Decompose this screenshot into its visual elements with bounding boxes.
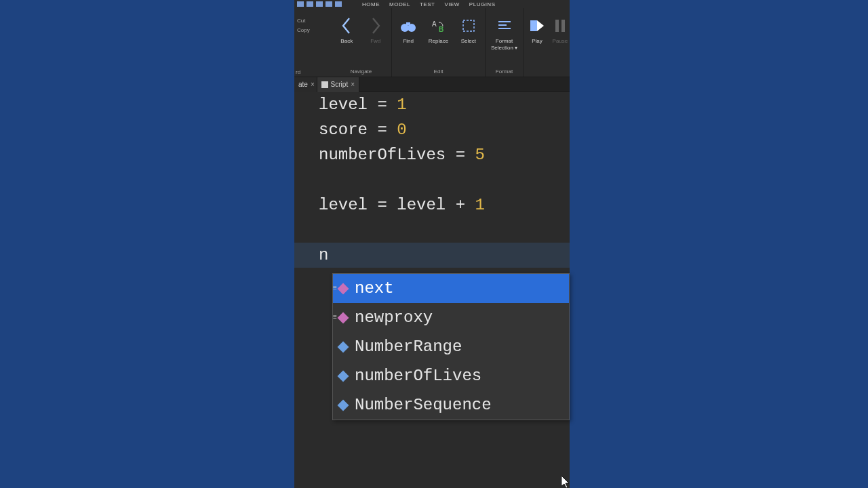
select-button[interactable]: Select	[455, 12, 482, 45]
binoculars-icon	[399, 14, 417, 38]
copy-label[interactable]: Copy	[294, 26, 310, 35]
group-label-play	[524, 73, 572, 77]
back-button[interactable]: Back	[334, 12, 360, 45]
ribbon-group-edit: Find AB Replace Select	[392, 8, 486, 77]
autocomplete-label: NumberSequence	[355, 392, 492, 418]
qa-icon[interactable]	[307, 1, 313, 7]
replace-icon: AB	[431, 14, 446, 38]
pause-button: Pause	[551, 12, 570, 45]
autocomplete-label: NumberRange	[355, 334, 462, 359]
autocomplete-item[interactable]: numberOfLives	[333, 361, 569, 390]
code-token: 1	[397, 96, 406, 114]
autocomplete-label: next	[355, 276, 394, 301]
autocomplete-item[interactable]: newproxy	[333, 303, 569, 332]
svg-rect-2	[406, 22, 410, 25]
format-label: Format Selection ▾	[488, 38, 520, 52]
menu-tab-home[interactable]: HOME	[362, 1, 380, 7]
close-icon[interactable]: ×	[351, 81, 355, 88]
menu-tab-model[interactable]: MODEL	[389, 1, 410, 7]
svg-rect-7	[498, 24, 507, 26]
ribbon-toolbar: Cut Copy Back Fwd	[294, 8, 570, 77]
svg-rect-5	[463, 20, 474, 31]
svg-text:B: B	[439, 26, 443, 33]
svg-rect-9	[530, 20, 537, 31]
format-icon	[497, 14, 512, 38]
autocomplete-item[interactable]: NumberSequence	[333, 390, 569, 420]
document-tab-script[interactable]: Script ×	[317, 77, 359, 92]
play-label: Play	[532, 38, 542, 45]
tab-label: Script	[331, 81, 349, 88]
code-line[interactable]: score = 0	[319, 117, 570, 142]
code-line[interactable]: numberOfLives = 5	[319, 142, 570, 167]
variable-icon	[337, 399, 349, 411]
svg-text:A: A	[432, 20, 437, 28]
ribbon-group-format: Format Selection ▾ Format	[486, 8, 524, 77]
undo-icon[interactable]	[335, 1, 342, 7]
autocomplete-item[interactable]: next	[333, 274, 569, 303]
play-icon	[529, 14, 545, 38]
replace-button[interactable]: AB Replace	[425, 12, 452, 45]
variable-icon	[337, 370, 349, 382]
svg-rect-6	[498, 21, 511, 22]
qa-icon[interactable]	[326, 1, 332, 7]
svg-rect-8	[498, 28, 511, 29]
menu-tab-plugins[interactable]: PLUGINS	[469, 1, 496, 7]
select-icon	[461, 14, 476, 38]
fwd-label: Fwd	[370, 38, 380, 45]
autocomplete-label: newproxy	[355, 305, 433, 330]
pause-icon	[553, 14, 567, 38]
find-button[interactable]: Find	[395, 12, 422, 45]
code-editor[interactable]: level = 1score = 0numberOfLives = 5 leve…	[294, 92, 570, 488]
code-token: 1	[475, 196, 484, 214]
svg-marker-10	[537, 20, 544, 31]
partial-left-panel-label: rd	[296, 69, 300, 75]
svg-marker-13	[561, 476, 569, 488]
replace-label: Replace	[429, 38, 448, 45]
code-token: level	[319, 196, 368, 214]
close-icon[interactable]: ×	[311, 81, 315, 88]
menu-tab-view[interactable]: VIEW	[444, 1, 459, 7]
cut-label[interactable]: Cut	[294, 16, 310, 26]
quick-access-toolbar	[294, 0, 342, 8]
menu-tab-test[interactable]: TEST	[420, 1, 435, 7]
function-icon	[337, 283, 349, 295]
fwd-button: Fwd	[363, 12, 389, 45]
group-label-format: Format	[486, 67, 523, 77]
variable-icon	[337, 341, 349, 353]
autocomplete-label: numberOfLives	[355, 363, 481, 388]
pause-label: Pause	[553, 38, 568, 45]
document-tab[interactable]: ate ×	[294, 77, 317, 92]
chevron-right-icon	[368, 14, 383, 38]
find-label: Find	[403, 38, 414, 45]
code-token: score	[319, 121, 368, 139]
svg-rect-11	[555, 20, 559, 32]
format-selection-button[interactable]: Format Selection ▾	[488, 12, 520, 52]
code-token: 5	[475, 146, 484, 164]
code-line[interactable]: level = level + 1	[319, 192, 570, 218]
qa-icon[interactable]	[316, 1, 323, 7]
code-token: =	[368, 121, 397, 139]
back-label: Back	[340, 38, 353, 45]
code-line[interactable]	[319, 218, 570, 243]
code-line[interactable]	[319, 167, 570, 192]
document-tabs: ate × Script ×	[294, 77, 570, 92]
qa-icon[interactable]	[297, 1, 304, 7]
code-token: level	[319, 96, 368, 114]
group-label-edit: Edit	[392, 67, 485, 77]
autocomplete-popup[interactable]: nextnewproxyNumberRangenumberOfLivesNumb…	[332, 273, 570, 420]
code-token: =	[446, 146, 475, 164]
svg-rect-12	[561, 20, 565, 32]
chevron-left-icon	[339, 14, 354, 38]
code-token: +	[446, 196, 475, 214]
play-button[interactable]: Play	[526, 12, 548, 45]
function-icon	[337, 312, 349, 324]
code-line[interactable]: n	[294, 243, 570, 268]
script-icon	[321, 81, 328, 88]
ribbon-group-navigate: Back Fwd Navigate	[331, 8, 392, 77]
code-line[interactable]: level = 1	[319, 92, 570, 117]
code-token: n	[319, 246, 328, 264]
tab-label: ate	[298, 81, 308, 88]
autocomplete-item[interactable]: NumberRange	[333, 332, 569, 361]
code-token: level	[397, 196, 446, 214]
code-token: numberOfLives	[319, 146, 446, 164]
